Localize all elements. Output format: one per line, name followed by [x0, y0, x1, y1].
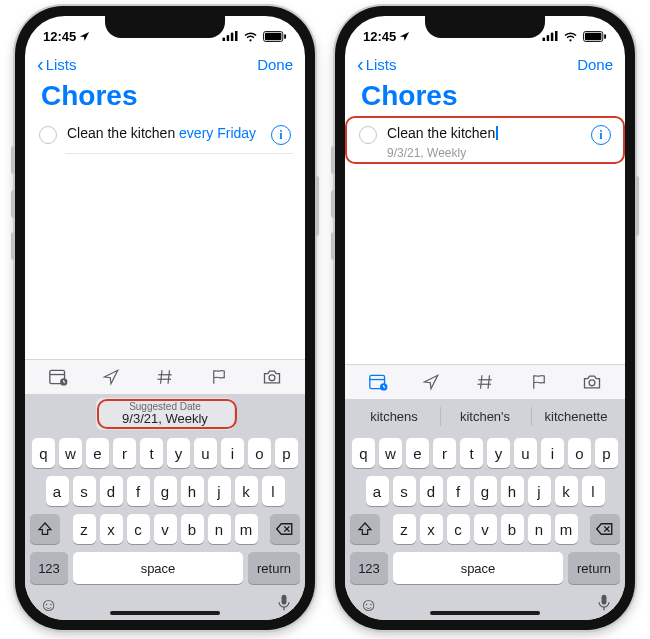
key-z[interactable]: z	[73, 514, 96, 544]
key-m[interactable]: m	[235, 514, 258, 544]
flag-icon[interactable]	[199, 368, 239, 386]
key-y[interactable]: y	[487, 438, 510, 468]
reminder-row[interactable]: Clean the kitchen 9/3/21, Weekly i	[357, 118, 613, 169]
mic-key[interactable]	[597, 594, 611, 616]
key-s[interactable]: s	[73, 476, 96, 506]
key-b[interactable]: b	[501, 514, 524, 544]
key-p[interactable]: p	[275, 438, 298, 468]
key-k[interactable]: k	[555, 476, 578, 506]
key-p[interactable]: p	[595, 438, 618, 468]
key-w[interactable]: w	[379, 438, 402, 468]
key-g[interactable]: g	[474, 476, 497, 506]
return-key[interactable]: return	[248, 552, 300, 584]
key-s[interactable]: s	[393, 476, 416, 506]
backspace-key[interactable]	[270, 514, 300, 544]
key-d[interactable]: d	[420, 476, 443, 506]
shift-key[interactable]	[350, 514, 380, 544]
done-button[interactable]: Done	[577, 56, 613, 73]
key-k[interactable]: k	[235, 476, 258, 506]
flag-icon[interactable]	[519, 373, 559, 391]
home-indicator[interactable]	[110, 611, 220, 615]
calendar-icon[interactable]	[358, 373, 398, 391]
emoji-key[interactable]: ☺	[39, 594, 58, 616]
key-u[interactable]: u	[514, 438, 537, 468]
space-key[interactable]: space	[73, 552, 243, 584]
return-key[interactable]: return	[568, 552, 620, 584]
nav-bar: ‹ Lists Done	[345, 50, 625, 80]
key-e[interactable]: e	[86, 438, 109, 468]
key-i[interactable]: i	[541, 438, 564, 468]
key-n[interactable]: n	[208, 514, 231, 544]
prediction-2[interactable]: kitchen's	[440, 403, 530, 430]
info-button[interactable]: i	[591, 125, 611, 145]
key-v[interactable]: v	[154, 514, 177, 544]
info-button[interactable]: i	[271, 125, 291, 145]
key-i[interactable]: i	[221, 438, 244, 468]
key-a[interactable]: a	[46, 476, 69, 506]
key-x[interactable]: x	[420, 514, 443, 544]
mic-key[interactable]	[277, 594, 291, 616]
keyboard-footer: ☺	[345, 590, 625, 620]
key-h[interactable]: h	[181, 476, 204, 506]
key-n[interactable]: n	[528, 514, 551, 544]
numbers-key[interactable]: 123	[30, 552, 68, 584]
key-j[interactable]: j	[208, 476, 231, 506]
key-a[interactable]: a	[366, 476, 389, 506]
key-u[interactable]: u	[194, 438, 217, 468]
emoji-key[interactable]: ☺	[359, 594, 378, 616]
key-t[interactable]: t	[140, 438, 163, 468]
calendar-icon[interactable]	[38, 368, 78, 386]
key-t[interactable]: t	[460, 438, 483, 468]
key-y[interactable]: y	[167, 438, 190, 468]
space-key[interactable]: space	[393, 552, 563, 584]
key-h[interactable]: h	[501, 476, 524, 506]
suggested-date-button[interactable]: Suggested Date 9/3/21, Weekly	[96, 398, 234, 430]
reminder-text-plain: Clean the kitchen	[67, 125, 179, 141]
key-x[interactable]: x	[100, 514, 123, 544]
reminder-row[interactable]: Clean the kitchen every Friday i	[37, 118, 293, 153]
location-icon[interactable]	[91, 368, 131, 386]
key-e[interactable]: e	[406, 438, 429, 468]
phone-frame-right: 12:45 ‹ Lists Done Chores Clean the kitc…	[335, 6, 635, 630]
reminder-text-field[interactable]: Clean the kitchen every Friday	[67, 124, 261, 143]
key-o[interactable]: o	[568, 438, 591, 468]
shift-key[interactable]	[30, 514, 60, 544]
location-icon[interactable]	[411, 373, 451, 391]
keyboard[interactable]: q w e r t y u i o p a s d f g h	[345, 434, 625, 590]
key-v[interactable]: v	[474, 514, 497, 544]
tag-icon[interactable]	[145, 368, 185, 386]
key-w[interactable]: w	[59, 438, 82, 468]
key-b[interactable]: b	[181, 514, 204, 544]
key-c[interactable]: c	[127, 514, 150, 544]
key-l[interactable]: l	[582, 476, 605, 506]
key-g[interactable]: g	[154, 476, 177, 506]
complete-radio[interactable]	[39, 126, 57, 144]
key-q[interactable]: q	[352, 438, 375, 468]
key-r[interactable]: r	[433, 438, 456, 468]
complete-radio[interactable]	[359, 126, 377, 144]
done-button[interactable]: Done	[257, 56, 293, 73]
key-l[interactable]: l	[262, 476, 285, 506]
prediction-1[interactable]: kitchens	[349, 403, 439, 430]
key-f[interactable]: f	[127, 476, 150, 506]
camera-icon[interactable]	[572, 373, 612, 391]
prediction-3[interactable]: kitchenette	[531, 403, 621, 430]
key-r[interactable]: r	[113, 438, 136, 468]
backspace-key[interactable]	[590, 514, 620, 544]
key-j[interactable]: j	[528, 476, 551, 506]
key-q[interactable]: q	[32, 438, 55, 468]
key-o[interactable]: o	[248, 438, 271, 468]
home-indicator[interactable]	[430, 611, 540, 615]
tag-icon[interactable]	[465, 373, 505, 391]
key-c[interactable]: c	[447, 514, 470, 544]
key-m[interactable]: m	[555, 514, 578, 544]
back-button[interactable]: ‹ Lists	[37, 54, 77, 74]
key-z[interactable]: z	[393, 514, 416, 544]
keyboard[interactable]: q w e r t y u i o p a s d f g h	[25, 434, 305, 590]
numbers-key[interactable]: 123	[350, 552, 388, 584]
camera-icon[interactable]	[252, 368, 292, 386]
key-f[interactable]: f	[447, 476, 470, 506]
back-button[interactable]: ‹ Lists	[357, 54, 397, 74]
reminder-text-field[interactable]: Clean the kitchen 9/3/21, Weekly	[387, 124, 581, 161]
key-d[interactable]: d	[100, 476, 123, 506]
